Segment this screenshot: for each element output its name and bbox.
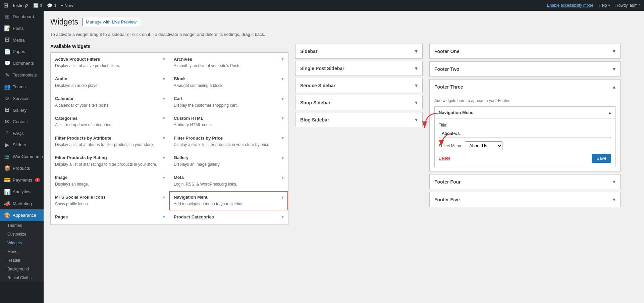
widget-mts-social[interactable]: MTS Social Profile Icons ▾ Show profile … <box>51 191 169 211</box>
expand-icon[interactable]: ▾ <box>163 96 165 101</box>
expand-icon[interactable]: ▾ <box>163 115 165 121</box>
sidebar-sidebar: Sidebar ▾ <box>295 44 423 59</box>
sidebar-header-sidebar[interactable]: Sidebar ▾ <box>296 44 422 58</box>
expand-icon[interactable]: ▾ <box>281 96 284 101</box>
sidebar-item-services[interactable]: ⚙ Services <box>0 93 44 104</box>
expand-icon[interactable]: ▾ <box>281 115 284 121</box>
sidebar-item-appearance[interactable]: 🎨 Appearance <box>0 209 44 221</box>
submenu-item-menus[interactable]: Menus <box>0 247 44 256</box>
footer-two-header[interactable]: Footer Two ▾ <box>430 62 620 76</box>
footer-three-section: Footer Three ▴ Add widgets here to appea… <box>429 79 621 171</box>
enable-accessibility-link[interactable]: Enable accessibility mode <box>547 3 593 8</box>
footer-one-section: Footer One ▾ <box>429 44 621 59</box>
available-widgets-title: Available Widgets <box>50 44 288 49</box>
sidebar-item-sliders[interactable]: ▶ Sliders <box>0 139 44 151</box>
title-label: Title: <box>439 123 611 128</box>
footer-five-header[interactable]: Footer Five ▾ <box>430 192 620 207</box>
expand-icon[interactable]: ▾ <box>163 195 165 200</box>
widget-meta[interactable]: Meta ▾ Login, RSS, & WordPress.org links… <box>169 171 288 191</box>
widget-filter-products-price[interactable]: Filter Products by Price ▾ Display a sli… <box>169 132 288 151</box>
widget-navigation-menu[interactable]: Navigation Menu ▾ Add a navigation menu … <box>169 191 288 211</box>
expand-icon[interactable]: ▾ <box>163 135 165 141</box>
expand-icon[interactable]: ▾ <box>163 214 165 219</box>
expand-icon[interactable]: ▾ <box>281 135 284 141</box>
expand-icon[interactable]: ▾ <box>281 195 284 200</box>
widget-block[interactable]: Block ▾ A widget containing a block. <box>169 72 288 92</box>
nav-menu-widget-title: Navigation Menu <box>439 110 474 115</box>
expand-icon[interactable]: ▾ <box>281 214 284 219</box>
sidebar-item-media[interactable]: 🖼 Media <box>0 34 44 46</box>
widget-custom-html[interactable]: Custom HTML ▾ Arbitrary HTML code. <box>169 112 288 132</box>
comments-count[interactable]: 💬 0 <box>47 3 56 8</box>
sidebar-header-service[interactable]: Service Sidebar ▾ <box>296 78 422 93</box>
expand-icon[interactable]: ▾ <box>163 56 165 62</box>
expand-icon[interactable]: ▾ <box>281 76 284 82</box>
sidebar-item-teams[interactable]: 👥 Teams <box>0 81 44 93</box>
widget-categories[interactable]: Categories ▾ A list or dropdown of categ… <box>51 112 169 132</box>
widget-pages[interactable]: Pages ▾ <box>51 210 169 224</box>
comments-icon: 💬 <box>47 3 52 8</box>
widget-product-categories[interactable]: Product Categories ▾ <box>169 210 288 224</box>
posts-icon: 📝 <box>4 25 10 32</box>
widget-archives[interactable]: Archives ▾ A monthly archive of your sit… <box>169 53 288 72</box>
sidebar-item-marketing[interactable]: 📣 Marketing <box>0 198 44 209</box>
wp-logo-icon: ⊞ <box>3 2 8 9</box>
submenu-item-customize[interactable]: Customize <box>0 230 44 239</box>
sidebar-item-faqs[interactable]: ? FAQs <box>0 128 44 139</box>
expand-icon[interactable]: ▾ <box>281 155 284 160</box>
widget-gallery[interactable]: Gallery ▾ Displays an image gallery. <box>169 151 288 171</box>
submenu-item-themes[interactable]: Themes <box>0 221 44 230</box>
footer-one-header[interactable]: Footer One ▾ <box>430 44 620 58</box>
expand-icon[interactable]: ▾ <box>163 76 165 82</box>
manage-live-preview-button[interactable]: Manage with Live Preview <box>82 18 140 26</box>
admin-sidebar: ⊞ Dashboard 📝 Posts 🖼 Media 📄 Pages 💬 Co… <box>0 11 44 303</box>
sidebar-item-payments[interactable]: 💳 Payments 1 <box>0 174 44 186</box>
sidebar-item-contact[interactable]: ✉ Contact <box>0 116 44 128</box>
submenu-item-rental-cloths[interactable]: Rental Cloths <box>0 273 44 282</box>
toggle-icon: ▴ <box>613 84 615 90</box>
sidebar-item-gallery[interactable]: 🖼 Gallery <box>0 104 44 116</box>
sidebar-item-testimonials[interactable]: ✎ Testimonials <box>0 69 44 81</box>
nav-menu-widget-header[interactable]: Navigation Menu ▴ <box>435 107 615 118</box>
sidebar-header-single-post[interactable]: Single Post Sidebar ▾ <box>296 61 422 75</box>
sidebar-header-blog[interactable]: Blog Sidebar ▾ <box>296 112 422 127</box>
sidebar-item-woocommerce[interactable]: 🛒 WooCommerce <box>0 151 44 162</box>
submenu-item-header[interactable]: Header <box>0 256 44 265</box>
new-content-button[interactable]: + New <box>61 3 73 8</box>
expand-icon[interactable]: ▾ <box>163 155 165 160</box>
delete-link[interactable]: Delete <box>439 156 450 161</box>
widget-image[interactable]: Image ▾ Displays an image. <box>51 171 169 191</box>
select-menu-dropdown[interactable]: About Us Main Menu Footer Menu <box>465 141 502 150</box>
submenu-item-background[interactable]: Background <box>0 265 44 273</box>
widget-cart[interactable]: Cart ▾ Display the customer shopping car… <box>169 92 288 112</box>
sidebar-item-products[interactable]: 📦 Products <box>0 162 44 174</box>
sidebar-item-pages[interactable]: 📄 Pages <box>0 46 44 57</box>
sliders-icon: ▶ <box>4 142 10 148</box>
sidebar-item-analytics[interactable]: 📊 Analytics <box>0 186 44 198</box>
page-title: Widgets <box>50 17 78 27</box>
widget-calendar[interactable]: Calendar ▾ A calendar of your site's pos… <box>51 92 169 112</box>
toggle-icon: ▾ <box>415 116 418 123</box>
submenu-item-widgets[interactable]: Widgets <box>0 239 44 247</box>
expand-icon[interactable]: ▾ <box>163 175 165 180</box>
sidebar-header-shop[interactable]: Shop Sidebar ▾ <box>296 95 422 110</box>
sidebar-item-comments[interactable]: 💬 Comments <box>0 57 44 69</box>
site-name[interactable]: testing2 <box>13 3 29 8</box>
footer-four-header[interactable]: Footer Four ▾ <box>430 174 620 189</box>
footer-three-header[interactable]: Footer Three ▴ <box>430 80 620 94</box>
sidebars-panel: Sidebar ▾ Single Post Sidebar ▾ Service … <box>295 44 423 129</box>
expand-icon[interactable]: ▾ <box>281 56 284 62</box>
save-button[interactable]: Save <box>592 154 611 163</box>
sidebar-item-dashboard[interactable]: ⊞ Dashboard <box>0 11 44 22</box>
available-widgets-panel: Available Widgets Active Product Filters… <box>50 44 288 225</box>
nav-menu-collapse-icon[interactable]: ▴ <box>609 110 611 115</box>
updates-count[interactable]: 🔄 3 <box>33 3 42 8</box>
widget-audio[interactable]: Audio ▾ Displays an audio player. <box>51 72 169 92</box>
title-input[interactable] <box>439 129 611 138</box>
widget-filter-products-attribute[interactable]: Filter Products by Attribute ▾ Display a… <box>51 132 169 151</box>
sidebar-item-posts[interactable]: 📝 Posts <box>0 22 44 34</box>
expand-icon[interactable]: ▾ <box>281 175 284 180</box>
widget-active-product-filters[interactable]: Active Product Filters ▾ Display a list … <box>51 53 169 72</box>
widget-filter-products-rating[interactable]: Filter Products by Rating ▾ Display a li… <box>51 151 169 171</box>
help-button[interactable]: Help ▾ <box>599 3 610 8</box>
